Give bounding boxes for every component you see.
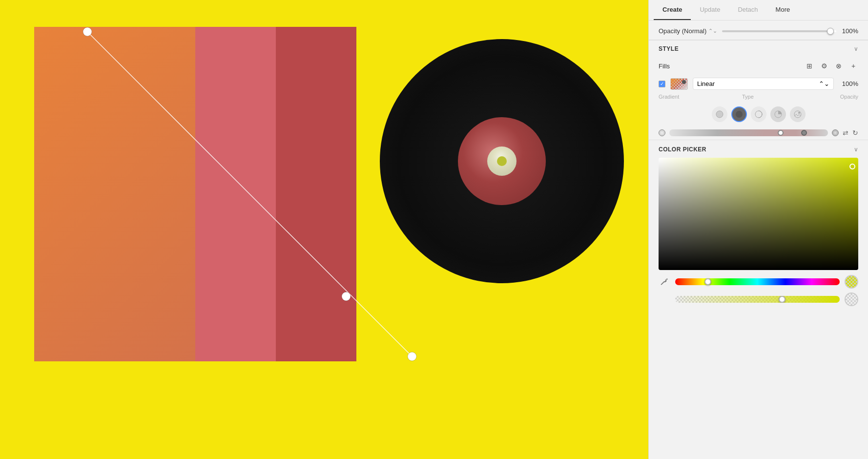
- hue-slider-thumb[interactable]: [704, 278, 711, 285]
- color-picker-header[interactable]: COLOR PICKER ∨: [649, 140, 868, 158]
- reverse-gradient-button[interactable]: ↻: [852, 129, 858, 137]
- tab-detach[interactable]: Detach: [729, 0, 766, 20]
- color-picker-cursor: [849, 164, 855, 169]
- color-picker-section: COLOR PICKER ∨: [649, 140, 868, 311]
- swap-gradient-button[interactable]: ⇄: [843, 129, 848, 137]
- gradient-stop-start[interactable]: [659, 129, 665, 136]
- dropdown-chevron-icon: ⌃⌄: [819, 80, 829, 87]
- gradient-type-half[interactable]: [751, 106, 766, 122]
- fill-row: Linear ⌃⌄ 100%: [649, 75, 868, 93]
- tab-create[interactable]: Create: [654, 0, 691, 20]
- fills-label: Fills: [659, 63, 670, 70]
- opacity-chevron-icon[interactable]: ⌃⌄: [708, 28, 717, 34]
- alpha-circle-preview: [845, 292, 858, 306]
- style-section-header[interactable]: STYLE ∨: [649, 40, 868, 57]
- gradient-type-quarter[interactable]: [770, 106, 786, 122]
- svg-point-4: [716, 111, 723, 118]
- gradient-types: [649, 103, 868, 126]
- link-icon[interactable]: ⊗: [834, 61, 844, 71]
- color-picker-chevron-icon[interactable]: ∨: [854, 146, 858, 153]
- color-circle-preview: [845, 275, 858, 289]
- opacity-row: Opacity (Normal) ⌃⌄ 100%: [649, 21, 868, 40]
- hue-slider-row: [649, 270, 868, 291]
- fill-preview-dot: [682, 80, 686, 84]
- tab-update[interactable]: Update: [691, 0, 729, 20]
- gradient-band-1: [34, 27, 195, 361]
- gradient-band-3: [276, 27, 356, 361]
- alpha-slider-thumb[interactable]: [779, 296, 785, 303]
- gradient-type-image[interactable]: [790, 106, 806, 122]
- layers-icon[interactable]: ⊞: [805, 61, 814, 71]
- gradient-thumb-1[interactable]: [778, 130, 784, 136]
- type-sublabel: Type: [742, 94, 800, 100]
- opacity-label: Opacity (Normal) ⌃⌄: [659, 27, 717, 35]
- style-title: STYLE: [659, 45, 679, 52]
- canvas-area: [0, 0, 648, 459]
- alpha-slider[interactable]: [675, 296, 840, 303]
- svg-point-5: [736, 111, 743, 118]
- fills-icons: ⊞ ⚙ ⊗ +: [805, 61, 858, 71]
- opacity-slider-container[interactable]: [722, 30, 836, 32]
- svg-point-8: [794, 111, 801, 118]
- vinyl-inner-ring: [487, 146, 517, 176]
- gradient-thumb-2[interactable]: [801, 130, 807, 136]
- right-panel: Create Update Detach More Opacity (Norma…: [648, 0, 868, 459]
- style-chevron-icon[interactable]: ∨: [854, 45, 858, 52]
- alpha-gradient: [675, 296, 840, 303]
- tab-more[interactable]: More: [767, 0, 799, 20]
- vinyl-record: [380, 39, 624, 283]
- settings-icon[interactable]: ⚙: [819, 61, 829, 71]
- gradient-stop-end[interactable]: [832, 129, 839, 136]
- fill-type-value: Linear: [697, 80, 715, 87]
- gradient-slider-row: ⇄ ↻: [649, 126, 868, 140]
- eyedropper-button[interactable]: [659, 276, 670, 288]
- opacity-value: 100%: [841, 27, 858, 35]
- fills-header: Fills ⊞ ⚙ ⊗ +: [649, 57, 868, 75]
- color-picker-title: COLOR PICKER: [659, 146, 706, 153]
- fill-sublabels: Gradient Type Opacity: [649, 93, 868, 103]
- add-fill-button[interactable]: +: [848, 61, 858, 71]
- fill-opacity-value: 100%: [839, 80, 858, 87]
- opacity-sublabel: Opacity: [800, 94, 858, 100]
- fill-type-select[interactable]: Linear ⌃⌄: [693, 78, 834, 90]
- opacity-slider-thumb[interactable]: [827, 28, 834, 35]
- hue-slider[interactable]: [675, 278, 840, 285]
- vinyl-label: [458, 117, 546, 205]
- gradient-band-2: [195, 27, 276, 361]
- gradient-rectangle[interactable]: [34, 27, 356, 361]
- svg-point-9: [798, 112, 800, 114]
- svg-point-2: [408, 352, 416, 361]
- fill-checkbox[interactable]: [659, 81, 665, 87]
- gradient-type-radial[interactable]: [731, 106, 747, 122]
- gradient-sublabel: Gradient: [659, 94, 717, 100]
- tabs-bar: Create Update Detach More: [649, 0, 868, 21]
- svg-point-6: [755, 111, 762, 118]
- gradient-type-none[interactable]: [712, 106, 727, 122]
- alpha-slider-row: [649, 291, 868, 311]
- vinyl-outer: [380, 39, 624, 283]
- opacity-slider[interactable]: [722, 30, 836, 32]
- fill-type-dropdown[interactable]: Linear ⌃⌄: [693, 78, 834, 90]
- color-picker-canvas[interactable]: [659, 158, 858, 270]
- vinyl-center: [497, 156, 507, 166]
- gradient-slider-track[interactable]: [669, 129, 828, 136]
- fill-preview[interactable]: [670, 78, 688, 90]
